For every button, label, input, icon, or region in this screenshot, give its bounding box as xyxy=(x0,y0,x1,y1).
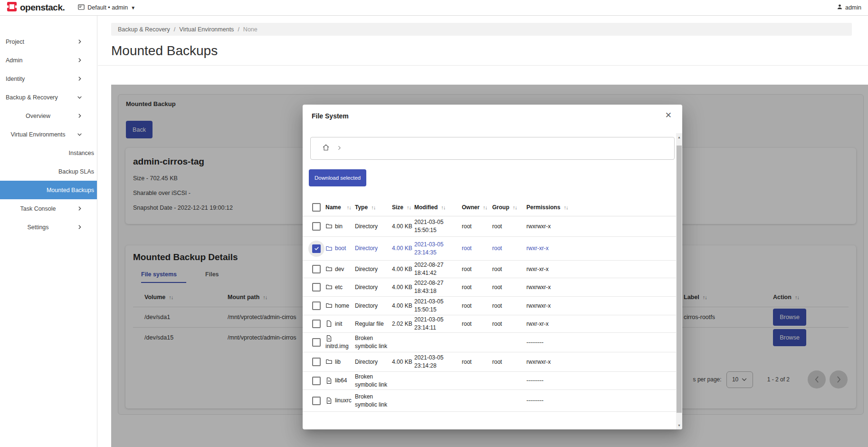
sidebar-item-admin[interactable]: Admin xyxy=(0,51,97,69)
sort-icon: ↑↓ xyxy=(563,204,568,210)
column-header-modified[interactable]: Modified↑↓ xyxy=(414,204,462,211)
sidebar-item-project[interactable]: Project xyxy=(0,32,97,51)
file-system-modal: File System ✕ Download selected Name↑↓Ty… xyxy=(303,105,682,429)
file-size-cell: 4.00 KB xyxy=(392,223,414,231)
close-icon[interactable]: ✕ xyxy=(665,110,672,120)
file-type-cell: Directory xyxy=(355,302,392,310)
file-name: dev xyxy=(335,265,344,273)
file-row-linuxrc: linuxrc Broken symbolic link --------- xyxy=(303,390,676,412)
sidebar-item-identity[interactable]: Identity xyxy=(0,69,97,88)
sort-icon: ↑↓ xyxy=(483,204,487,210)
file-owner-cell: root xyxy=(462,265,492,273)
file-name-cell[interactable]: etc xyxy=(325,283,355,292)
row-checkbox[interactable] xyxy=(308,279,325,295)
chevron-right-icon xyxy=(76,205,83,212)
file-name: initrd.img xyxy=(325,342,349,350)
openstack-logo[interactable]: openstack. xyxy=(7,1,65,14)
scrollbar-thumb[interactable] xyxy=(677,146,682,413)
file-group-cell: root xyxy=(492,265,526,273)
file-row-lib: lib Directory 4.00 KB 2021-03-0523:14:28… xyxy=(303,352,676,372)
file-table: Name↑↓Type↑↓Size↑↓Modified↑↓Owner↑↓Group… xyxy=(303,199,676,429)
user-icon xyxy=(837,4,843,11)
row-checkbox[interactable] xyxy=(308,354,325,370)
column-header-group[interactable]: Group↑↓ xyxy=(492,204,526,211)
column-header-size[interactable]: Size↑↓ xyxy=(392,204,414,211)
sort-icon: ↑↓ xyxy=(347,204,351,210)
file-row-lib64: lib64 Broken symbolic link --------- xyxy=(303,372,676,390)
breadcrumb-item-virtual-environments[interactable]: Virtual Environments xyxy=(179,26,234,33)
row-checkbox[interactable] xyxy=(308,316,325,332)
file-name-cell[interactable]: dev xyxy=(325,265,355,273)
file-permissions-cell: rwxr-xr-x xyxy=(526,244,676,253)
sidebar-item-task-console[interactable]: Task Console xyxy=(0,199,97,218)
file-name-cell[interactable]: boot xyxy=(325,244,355,253)
file-permissions-cell: rwxrwxr-x xyxy=(526,283,676,292)
broken-link-file-icon xyxy=(325,377,333,384)
domain-project-dropdown[interactable]: Default • admin ▼ xyxy=(78,4,135,11)
file-name-cell[interactable]: lib xyxy=(325,358,355,366)
chevron-down-icon xyxy=(76,131,83,137)
sidebar-item-label: Instances xyxy=(68,150,94,156)
chevron-right-icon xyxy=(76,113,83,119)
file-name: lib xyxy=(335,358,341,366)
file-permissions-cell: rwxr-xr-x xyxy=(526,320,676,328)
sidebar-item-settings[interactable]: Settings xyxy=(0,218,97,236)
column-header-name[interactable]: Name↑↓ xyxy=(325,204,355,211)
column-header-owner[interactable]: Owner↑↓ xyxy=(462,204,492,211)
row-checkbox[interactable] xyxy=(308,218,325,234)
file-row-init: init Regular file 2.02 KB 2021-03-0523:1… xyxy=(303,315,676,333)
file-name: init xyxy=(335,320,342,328)
select-all-checkbox[interactable] xyxy=(312,203,325,212)
scroll-down-arrow[interactable]: ▼ xyxy=(676,424,682,427)
sidebar-item-backup-recovery[interactable]: Backup & Recovery xyxy=(0,88,97,107)
file-name-cell[interactable]: lib64 xyxy=(325,377,355,385)
folder-icon xyxy=(325,265,333,272)
file-type-cell: Directory xyxy=(355,223,392,231)
sidebar-item-virtual-environments[interactable]: Virtual Environments xyxy=(0,125,97,144)
file-table-header: Name↑↓Type↑↓Size↑↓Modified↑↓Owner↑↓Group… xyxy=(303,199,676,216)
sidebar-item-instances[interactable]: Instances xyxy=(0,144,97,162)
file-row-etc: etc Directory 4.00 KB 2022-08-2718:43:18… xyxy=(303,278,676,297)
file-name-cell[interactable]: init xyxy=(325,320,355,328)
sidebar-item-overview[interactable]: Overview xyxy=(0,107,97,125)
sidebar-item-backup-slas[interactable]: Backup SLAs xyxy=(0,162,97,181)
file-type-cell: Regular file xyxy=(355,320,392,328)
row-checkbox[interactable] xyxy=(308,298,325,314)
file-modified-cell: 2021-03-0515:50:15 xyxy=(414,218,462,234)
file-group-cell: root xyxy=(492,244,526,253)
row-checkbox[interactable] xyxy=(308,261,325,277)
file-type-cell: Directory xyxy=(355,244,392,253)
sidebar-item-label: Task Console xyxy=(20,205,56,212)
download-selected-button[interactable]: Download selected xyxy=(309,169,366,186)
home-icon[interactable] xyxy=(322,144,330,153)
sidebar: Project Admin Identity Backup & Recovery… xyxy=(0,15,97,447)
row-checkbox[interactable] xyxy=(308,241,325,257)
column-header-permissions[interactable]: Permissions↑↓ xyxy=(526,204,676,211)
file-group-cell: root xyxy=(492,320,526,328)
file-modified-cell: 2021-03-0523:14:28 xyxy=(414,354,462,370)
scroll-up-arrow[interactable]: ▲ xyxy=(676,136,682,139)
file-name: lib64 xyxy=(335,377,347,385)
column-header-type[interactable]: Type↑↓ xyxy=(355,204,392,211)
panel-icon xyxy=(78,4,85,11)
file-modified-cell: 2022-08-2718:41:42 xyxy=(414,261,462,277)
file-name: etc xyxy=(335,283,343,292)
file-name-cell[interactable]: initrd.img xyxy=(325,335,355,350)
file-size-cell: 4.00 KB xyxy=(392,302,414,310)
file-name-cell[interactable]: bin xyxy=(325,223,355,231)
file-name-cell[interactable]: linuxrc xyxy=(325,397,355,405)
file-owner-cell: root xyxy=(462,320,492,328)
file-name: bin xyxy=(335,223,343,231)
file-row-dev: dev Directory 4.00 KB 2022-08-2718:41:42… xyxy=(303,261,676,278)
user-menu[interactable]: admin xyxy=(837,4,861,11)
sidebar-item-mounted-backups[interactable]: Mounted Backups xyxy=(0,181,97,199)
row-checkbox[interactable] xyxy=(308,334,325,350)
row-checkbox[interactable] xyxy=(308,393,325,409)
breadcrumb-item-backup-recovery[interactable]: Backup & Recovery xyxy=(118,26,170,33)
row-checkbox[interactable] xyxy=(308,373,325,389)
file-name-cell[interactable]: home xyxy=(325,302,355,310)
modal-scrollbar[interactable]: ▲ ▼ xyxy=(676,133,682,429)
file-type-cell: Broken symbolic link xyxy=(355,334,392,350)
file-group-cell: root xyxy=(492,283,526,292)
file-group-cell: root xyxy=(492,358,526,366)
